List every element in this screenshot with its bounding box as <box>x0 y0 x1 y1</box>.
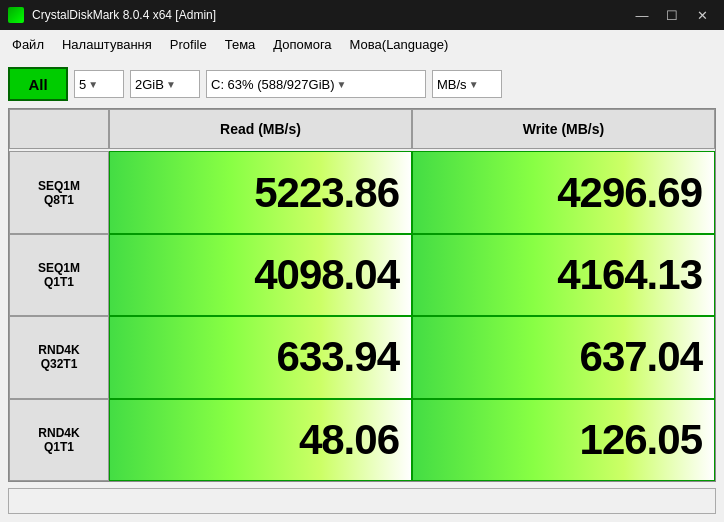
unit-dropdown[interactable]: MB/s ▼ <box>432 70 502 98</box>
row-3-read: 48.06 <box>109 399 412 481</box>
row-2-write: 637.04 <box>412 316 715 398</box>
title-text: CrystalDiskMark 8.0.4 x64 [Admin] <box>32 8 216 22</box>
controls-row: All 5 ▼ 2GiB ▼ C: 63% (588/927GiB) ▼ MB/… <box>8 66 716 102</box>
row-1-write: 4164.13 <box>412 234 715 316</box>
maximize-button[interactable]: ☐ <box>658 4 686 26</box>
minimize-button[interactable]: — <box>628 4 656 26</box>
row-0-write: 4296.69 <box>412 151 715 233</box>
all-button[interactable]: All <box>8 67 68 101</box>
row-label-1: SEQ1MQ1T1 <box>9 234 109 316</box>
row-label-0: SEQ1MQ8T1 <box>9 151 109 233</box>
row-2-read: 633.94 <box>109 316 412 398</box>
row-0-read: 5223.86 <box>109 151 412 233</box>
row-3-read-value: 48.06 <box>299 416 399 464</box>
row-label-1-text: SEQ1MQ1T1 <box>38 261 80 289</box>
menu-item-theme[interactable]: Тема <box>217 34 264 55</box>
menu-item-file[interactable]: Файл <box>4 34 52 55</box>
row-3-write-value: 126.05 <box>580 416 702 464</box>
row-0-read-value: 5223.86 <box>254 169 399 217</box>
title-bar-left: CrystalDiskMark 8.0.4 x64 [Admin] <box>8 7 216 23</box>
header-empty <box>9 109 109 149</box>
header-read: Read (MB/s) <box>109 109 412 149</box>
title-bar-controls: — ☐ ✕ <box>628 4 716 26</box>
row-label-3: RND4KQ1T1 <box>9 399 109 481</box>
unit-arrow: ▼ <box>469 79 479 90</box>
size-arrow: ▼ <box>166 79 176 90</box>
close-button[interactable]: ✕ <box>688 4 716 26</box>
title-bar: CrystalDiskMark 8.0.4 x64 [Admin] — ☐ ✕ <box>0 0 724 30</box>
row-label-3-text: RND4KQ1T1 <box>38 426 79 454</box>
drive-value: C: 63% (588/927GiB) <box>211 77 335 92</box>
app-icon <box>8 7 24 23</box>
unit-value: MB/s <box>437 77 467 92</box>
row-2-write-value: 637.04 <box>580 333 702 381</box>
menu-item-settings[interactable]: Налаштування <box>54 34 160 55</box>
drive-dropdown[interactable]: C: 63% (588/927GiB) ▼ <box>206 70 426 98</box>
row-label-0-text: SEQ1MQ8T1 <box>38 179 80 207</box>
drive-arrow: ▼ <box>337 79 347 90</box>
row-3-write: 126.05 <box>412 399 715 481</box>
runs-arrow: ▼ <box>88 79 98 90</box>
menu-item-language[interactable]: Мова(Language) <box>342 34 457 55</box>
row-label-2: RND4KQ32T1 <box>9 316 109 398</box>
size-value: 2GiB <box>135 77 164 92</box>
row-label-2-text: RND4KQ32T1 <box>38 343 79 371</box>
main-content: All 5 ▼ 2GiB ▼ C: 63% (588/927GiB) ▼ MB/… <box>0 58 724 522</box>
row-1-read-value: 4098.04 <box>254 251 399 299</box>
runs-dropdown[interactable]: 5 ▼ <box>74 70 124 98</box>
header-write: Write (MB/s) <box>412 109 715 149</box>
size-dropdown[interactable]: 2GiB ▼ <box>130 70 200 98</box>
data-table: Read (MB/s) Write (MB/s) SEQ1MQ8T1 5223.… <box>8 108 716 482</box>
row-0-write-value: 4296.69 <box>557 169 702 217</box>
row-1-write-value: 4164.13 <box>557 251 702 299</box>
status-bar <box>8 488 716 514</box>
menu-bar: Файл Налаштування Profile Тема Допомога … <box>0 30 724 58</box>
menu-item-profile[interactable]: Profile <box>162 34 215 55</box>
menu-item-help[interactable]: Допомога <box>265 34 339 55</box>
runs-value: 5 <box>79 77 86 92</box>
row-1-read: 4098.04 <box>109 234 412 316</box>
row-2-read-value: 633.94 <box>277 333 399 381</box>
